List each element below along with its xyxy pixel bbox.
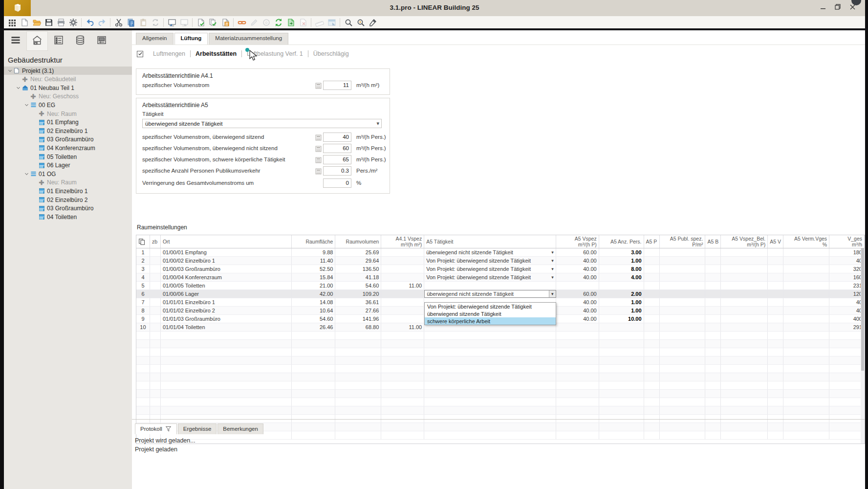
tree-item[interactable]: 01 Einzelbüro 1 [4, 187, 132, 195]
cell-a5v[interactable] [768, 390, 783, 398]
cell-a5p[interactable] [644, 315, 660, 323]
cell-a5p[interactable] [644, 248, 660, 256]
cell-a5p[interactable] [644, 332, 660, 339]
cell-publ[interactable] [660, 406, 706, 414]
cell-nr[interactable]: 2 [136, 257, 150, 265]
cell-publ[interactable] [660, 373, 706, 381]
cell-zb[interactable] [150, 273, 161, 281]
cell-zb[interactable] [150, 248, 161, 256]
undo-icon[interactable] [84, 17, 96, 28]
cell-a41[interactable]: 11.00 [381, 323, 424, 331]
gauge-icon[interactable]: 0 [260, 17, 272, 28]
cell-verm[interactable] [783, 282, 829, 289]
cell-vspez[interactable] [556, 406, 599, 414]
cell-publ[interactable] [660, 390, 706, 398]
cell-a5b[interactable] [705, 282, 721, 289]
cell-ort[interactable] [161, 406, 292, 414]
calculator-icon[interactable] [315, 156, 322, 165]
cell-volumen[interactable]: 54.60 [335, 282, 381, 289]
cell-a5v[interactable] [768, 265, 783, 273]
cell-ort[interactable] [161, 332, 292, 339]
cell-a5p[interactable] [644, 323, 660, 331]
tree-item[interactable]: 02 Einzelbüro 2 [4, 196, 132, 204]
cell-vspezbel[interactable] [721, 265, 768, 273]
table-row[interactable]: 101/00/01 Empfang9.8825.69überwiegend ni… [136, 248, 865, 257]
cell-volumen[interactable]: 109.20 [335, 290, 381, 298]
sidebar-tab-database[interactable] [69, 31, 91, 51]
cell-a41[interactable] [381, 415, 424, 422]
cell-vspez[interactable] [556, 282, 599, 289]
dropdown-option[interactable]: schwere körperliche Arbeit [425, 317, 556, 325]
cell-volumen[interactable] [335, 356, 381, 364]
cell-vspez[interactable]: 60.00 [556, 290, 599, 298]
column-header-vspezbel[interactable]: A5 Vspez_Bel.m³/(h P) [721, 235, 768, 248]
cell-a5v[interactable] [768, 365, 783, 373]
cell-flaeche[interactable]: 52.50 [292, 265, 336, 273]
column-header-a5p[interactable]: A5 P [644, 235, 660, 248]
tree-item[interactable]: 04 Toiletten [4, 213, 132, 221]
cell-flaeche[interactable] [292, 390, 336, 398]
cell-flaeche[interactable] [292, 332, 336, 339]
cell-ort[interactable]: 01/01/03 Großraumbüro [161, 315, 292, 323]
cell-volumen[interactable]: 29.64 [335, 257, 381, 265]
table-row[interactable]: 201/00/02 Einzelbüro 111.4029.64Von Proj… [136, 257, 865, 265]
cell-zb[interactable] [150, 265, 161, 273]
cell-ort[interactable] [161, 340, 292, 348]
cell-vspez[interactable] [556, 373, 599, 381]
cell-a41[interactable] [381, 315, 424, 323]
column-header-volumen[interactable]: Raumvolumen [335, 235, 381, 248]
cell-anz[interactable] [599, 398, 644, 406]
cell-a5p[interactable] [644, 423, 660, 431]
cell-a41[interactable] [381, 398, 424, 406]
cell-flaeche[interactable] [292, 398, 336, 406]
cell-a5v[interactable] [768, 282, 783, 289]
cell-verm[interactable] [783, 307, 829, 314]
cell-flaeche[interactable]: 15.84 [292, 273, 336, 281]
cell-verm[interactable] [783, 415, 829, 422]
dropdown-option[interactable]: überwiegend sitzende Tätigkeit [425, 310, 556, 317]
cell-volumen[interactable] [335, 406, 381, 414]
cell-publ[interactable] [660, 257, 706, 265]
cell-vspez[interactable]: 60.00 [556, 248, 599, 256]
cell-a5b[interactable] [705, 348, 721, 356]
tree-item[interactable]: 01 Neubau Teil 1 [4, 84, 132, 92]
cell-a5b[interactable] [705, 431, 721, 439]
table-row[interactable] [136, 398, 865, 406]
cell-publ[interactable] [660, 315, 706, 323]
calculator-icon[interactable] [315, 134, 322, 143]
cell-flaeche[interactable] [292, 373, 336, 381]
cell-taetigkeit[interactable] [424, 282, 556, 289]
combo-arrow-icon[interactable]: ▾ [551, 267, 554, 271]
cell-vspez[interactable] [556, 356, 599, 364]
cell-a5b[interactable] [705, 356, 721, 364]
cell-a5p[interactable] [644, 257, 660, 265]
cell-a5p[interactable] [644, 340, 660, 348]
tree-item[interactable]: 03 Großraumbüro [4, 135, 132, 144]
cell-vges[interactable]: 291 [829, 323, 865, 331]
cell-volumen[interactable] [335, 390, 381, 398]
cell-vspezbel[interactable] [721, 398, 768, 406]
cell-a41[interactable] [381, 340, 424, 348]
cell-vges[interactable]: 320 [829, 265, 865, 273]
cell-volumen[interactable]: 41.18 [335, 273, 381, 281]
cell-a5v[interactable] [768, 406, 783, 414]
cell-a5p[interactable] [644, 282, 660, 289]
cell-ort[interactable]: 01/00/05 Toiletten [161, 282, 292, 289]
calculator-icon[interactable] [315, 145, 322, 154]
screen-export-icon[interactable] [178, 17, 190, 28]
cell-zb[interactable] [150, 365, 161, 373]
cell-zb[interactable] [150, 356, 161, 364]
column-header-taetigkeit[interactable]: A5 Tätigkeit [424, 235, 556, 248]
cell-a5b[interactable] [705, 340, 721, 348]
cell-volumen[interactable]: 141.96 [335, 315, 381, 323]
cell-verm[interactable] [783, 265, 829, 273]
cell-flaeche[interactable]: 54.60 [292, 315, 336, 323]
cell-taetigkeit[interactable] [424, 431, 556, 439]
cell-ort[interactable]: 01/00/02 Einzelbüro 1 [161, 257, 292, 265]
tree-item[interactable]: 01 Empfang [4, 118, 132, 127]
cell-volumen[interactable] [335, 373, 381, 381]
cell-verm[interactable] [783, 248, 829, 256]
cell-taetigkeit[interactable]: Von Projekt: überwiegend sitzende Tätigk… [424, 257, 556, 265]
cell-publ[interactable] [660, 356, 706, 364]
cell-verm[interactable] [783, 298, 829, 306]
